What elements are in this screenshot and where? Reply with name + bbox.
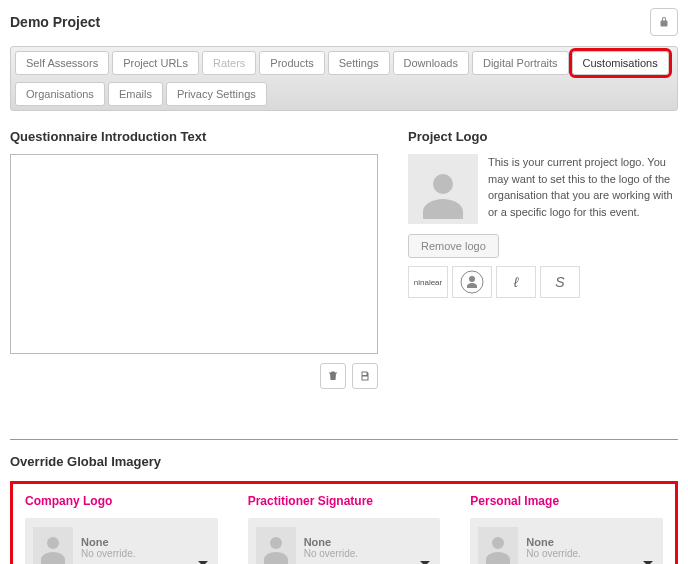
thumb-brand[interactable]: ninalear (408, 266, 448, 298)
avatar-icon (460, 270, 484, 294)
thumb-brand-label: ninalear (414, 278, 442, 287)
tab-digital-portraits[interactable]: Digital Portraits (472, 51, 569, 75)
override-title: Practitioner Signature (248, 494, 441, 508)
override-personal-image-selector[interactable]: None No override. (470, 518, 663, 564)
override-company-logo: Company Logo None No override. (25, 494, 218, 564)
placeholder-image (256, 527, 296, 564)
save-icon (359, 370, 371, 382)
intro-textarea[interactable] (10, 154, 378, 354)
override-imagery-section: Company Logo None No override. Practitio… (10, 481, 678, 564)
thumb-signature-2[interactable]: S (540, 266, 580, 298)
tab-privacy-settings[interactable]: Privacy Settings (166, 82, 267, 106)
override-company-logo-selector[interactable]: None No override. (25, 518, 218, 564)
tab-downloads[interactable]: Downloads (393, 51, 469, 75)
avatar-icon (35, 531, 71, 564)
override-texts: None No override. (526, 536, 580, 559)
lock-icon (658, 16, 670, 28)
editor-actions (10, 363, 378, 389)
trash-icon (327, 370, 339, 382)
override-name: None (81, 536, 135, 548)
main-content: Questionnaire Introduction Text Project … (10, 129, 678, 389)
override-name: None (526, 536, 580, 548)
override-title: Company Logo (25, 494, 218, 508)
remove-logo-button[interactable]: Remove logo (408, 234, 499, 258)
placeholder-image (478, 527, 518, 564)
page-header: Demo Project (10, 8, 678, 36)
tab-customisations[interactable]: Customisations (572, 51, 669, 75)
override-title: Personal Image (470, 494, 663, 508)
delete-button[interactable] (320, 363, 346, 389)
override-sub: No override. (526, 548, 580, 559)
save-button[interactable] (352, 363, 378, 389)
current-logo-placeholder (408, 154, 478, 224)
tab-settings[interactable]: Settings (328, 51, 390, 75)
tab-products[interactable]: Products (259, 51, 324, 75)
override-sub: No override. (81, 548, 135, 559)
tab-self-assessors[interactable]: Self Assessors (15, 51, 109, 75)
project-logo-title: Project Logo (408, 129, 678, 144)
page-title: Demo Project (10, 14, 100, 30)
override-sub: No override. (304, 548, 358, 559)
thumb-avatar[interactable] (452, 266, 492, 298)
avatar-icon (480, 531, 516, 564)
override-personal-image: Personal Image None No override. (470, 494, 663, 564)
logo-block: This is your current project logo. You m… (408, 154, 678, 224)
thumb-signature-1[interactable]: ℓ (496, 266, 536, 298)
tab-organisations[interactable]: Organisations (15, 82, 105, 106)
tab-emails[interactable]: Emails (108, 82, 163, 106)
intro-title: Questionnaire Introduction Text (10, 129, 378, 144)
signature-icon: S (555, 274, 564, 290)
logo-thumbnails: ninalear ℓ S (408, 266, 678, 298)
override-name: None (304, 536, 358, 548)
signature-icon: ℓ (514, 274, 519, 290)
avatar-icon (413, 164, 473, 224)
tabs-bar: Self Assessors Project URLs Raters Produ… (10, 46, 678, 111)
placeholder-image (33, 527, 73, 564)
tab-project-urls[interactable]: Project URLs (112, 51, 199, 75)
project-logo-section: Project Logo This is your current projec… (408, 129, 678, 389)
section-divider (10, 439, 678, 440)
avatar-icon (258, 531, 294, 564)
override-signature-selector[interactable]: None No override. (248, 518, 441, 564)
override-texts: None No override. (304, 536, 358, 559)
lock-button[interactable] (650, 8, 678, 36)
override-practitioner-signature: Practitioner Signature None No override. (248, 494, 441, 564)
logo-description: This is your current project logo. You m… (488, 154, 678, 224)
intro-section: Questionnaire Introduction Text (10, 129, 378, 389)
tab-raters[interactable]: Raters (202, 51, 256, 75)
override-heading: Override Global Imagery (10, 454, 678, 469)
override-texts: None No override. (81, 536, 135, 559)
